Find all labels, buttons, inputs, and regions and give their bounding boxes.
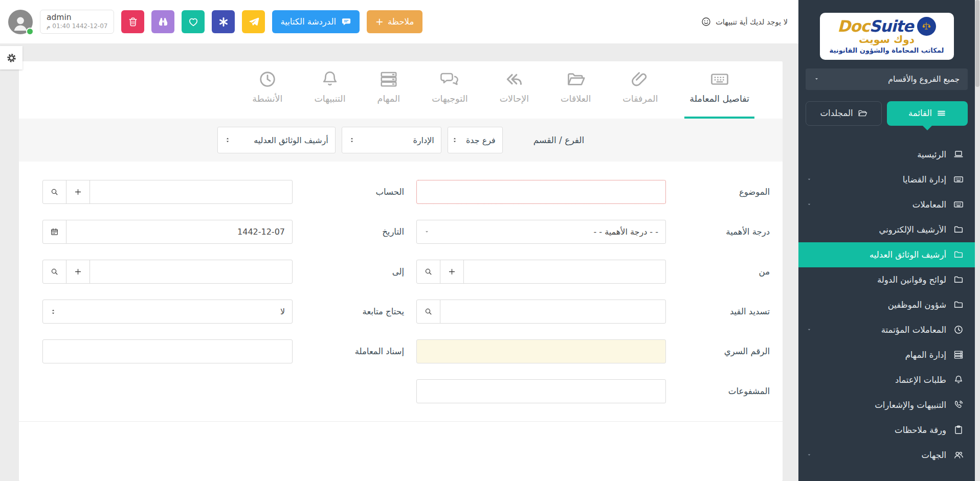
- folder-open-icon: [858, 108, 867, 118]
- from-search-button[interactable]: [416, 260, 440, 284]
- sidebar-item-label: الرئيسية: [807, 150, 946, 159]
- from-label: من: [666, 267, 770, 277]
- date-label: التاريخ: [293, 227, 416, 237]
- account-search-button[interactable]: [42, 180, 66, 204]
- tab-relations[interactable]: العلاقات: [555, 70, 596, 119]
- tab-alerts[interactable]: التنبيهات: [309, 70, 350, 119]
- sidebar-item-electronic-archive[interactable]: الأرشيف الإلكتروني: [798, 217, 975, 242]
- text-chat-button[interactable]: الدردشة الكتابية: [272, 10, 360, 33]
- account-input[interactable]: [90, 180, 293, 204]
- menu-toggle-button[interactable]: القائمة: [887, 101, 968, 126]
- sidebar-item-transactions[interactable]: المعاملات: [798, 192, 975, 217]
- sidebar-item-label: إدارة القضايا: [819, 175, 946, 185]
- asterisk-icon: [218, 16, 229, 28]
- tab-attachments[interactable]: المرفقات: [617, 70, 663, 119]
- form-row: الموضوعالحساب: [42, 180, 770, 204]
- send-button[interactable]: [242, 10, 265, 33]
- sidebar-item-employee-affairs[interactable]: شؤون الموظفين: [798, 292, 975, 317]
- to-input[interactable]: [90, 260, 293, 284]
- tab-directives[interactable]: التوجيهات: [427, 70, 473, 119]
- account-plus-button[interactable]: [66, 180, 90, 204]
- branch-filter-select[interactable]: جميع الفروع والأقسام: [806, 68, 968, 90]
- plus-icon: [74, 267, 82, 276]
- plus-glyph: +: [375, 17, 384, 27]
- online-status-dot: [26, 28, 34, 35]
- needs-followup-select[interactable]: لا: [42, 300, 293, 324]
- updown-icon: [225, 137, 231, 143]
- clipboard-icon: [953, 425, 964, 435]
- settings-flyout-tab[interactable]: [0, 46, 23, 70]
- updown-icon: [452, 137, 458, 143]
- to-plus-button[interactable]: [66, 260, 90, 284]
- trash-icon: [127, 16, 139, 28]
- branch-filter-value: فرع جدة: [466, 135, 496, 145]
- tab-label: الأنشطة: [252, 94, 282, 104]
- from-input[interactable]: [463, 260, 666, 284]
- sidebar-item-alerts-notifications[interactable]: التنبيهات والإشعارات: [798, 393, 975, 418]
- sidebar-item-label: الجهات: [819, 450, 946, 460]
- clock-icon: [953, 325, 964, 335]
- workspace: تفاصيل المعاملةالمرفقاتالعلاقاتالإحالاتا…: [0, 43, 798, 481]
- folder-icon: [953, 274, 964, 285]
- date-calendar-button[interactable]: [42, 220, 66, 244]
- tab-label: المهام: [377, 94, 400, 104]
- importance-value: - - درجة الأهمية - -: [593, 227, 658, 237]
- form-row: المشفوعات: [42, 379, 770, 403]
- sidebar: DocSuite دوك سويت لمكاتب المحاماة والشؤو…: [798, 0, 975, 481]
- favorites-button[interactable]: [182, 10, 205, 33]
- gear-icon: [6, 53, 17, 63]
- from-plus-button[interactable]: [440, 260, 464, 284]
- sidebar-item-label: إدارة المهام: [807, 350, 946, 360]
- phone-volume-icon: [953, 400, 964, 410]
- user-card[interactable]: admin 1442-12-07 01:40 م: [40, 10, 114, 34]
- sidebar-item-task-management[interactable]: إدارة المهام: [798, 342, 975, 368]
- laptop-icon: [953, 149, 964, 159]
- section-filter-select[interactable]: أرشيف الوثائق العدليه: [217, 127, 336, 153]
- folder-icon: [953, 249, 964, 260]
- transaction-assignment-input[interactable]: [42, 339, 293, 363]
- sidebar-item-notes-paper[interactable]: ورقة ملاحظات: [798, 418, 975, 443]
- add-note-button[interactable]: ملاحظة +: [367, 10, 422, 33]
- sidebar-item-label: طلبات الإعتماد: [807, 375, 946, 385]
- sidebar-item-label: لوائح وقوانين الدولة: [807, 275, 946, 285]
- enclosures-input[interactable]: [416, 379, 666, 403]
- sidebar-item-approval-requests[interactable]: طلبات الإعتماد: [798, 368, 975, 393]
- record-payment-search-button[interactable]: [416, 300, 440, 324]
- sidebar-item-state-laws[interactable]: لوائح وقوانين الدولة: [798, 267, 975, 292]
- enclosures-label: المشفوعات: [666, 386, 770, 396]
- tab-referrals[interactable]: الإحالات: [495, 70, 534, 119]
- tab-activities[interactable]: الأنشطة: [247, 70, 287, 119]
- sidebar-item-judicial-documents-archive[interactable]: أرشيف الوثائق العدليه: [798, 242, 975, 267]
- user-avatar[interactable]: [8, 10, 33, 34]
- sidebar-item-home[interactable]: الرئيسية: [798, 142, 975, 167]
- sidebar-item-automated-transactions[interactable]: المعاملات المؤتمتة: [798, 317, 975, 342]
- server-icon: [379, 70, 398, 89]
- scales-of-justice-icon: [917, 17, 936, 36]
- date-input[interactable]: 1442-12-07: [66, 220, 293, 244]
- plus-icon: [448, 267, 456, 276]
- sidebar-item-entities[interactable]: الجهات: [798, 443, 975, 468]
- page-scrollbar[interactable]: [975, 0, 980, 481]
- subject-input[interactable]: [416, 180, 666, 204]
- plus-icon: [74, 188, 82, 196]
- binoculars-button[interactable]: [151, 10, 174, 33]
- services-button[interactable]: [212, 10, 235, 33]
- keyboard-icon: [953, 174, 964, 185]
- sidebar-item-label: أرشيف الوثائق العدليه: [807, 250, 946, 260]
- to-search-button[interactable]: [42, 260, 66, 284]
- record-payment-input[interactable]: [440, 300, 666, 324]
- scrollbar-thumb[interactable]: [975, 0, 979, 87]
- secret-number-input[interactable]: [416, 339, 666, 363]
- delete-button[interactable]: [121, 10, 144, 33]
- branch-filter-select[interactable]: فرع جدة: [448, 127, 503, 153]
- folders-toggle-button[interactable]: المجلدات: [806, 101, 882, 126]
- tab-tasks[interactable]: المهام: [372, 70, 406, 119]
- sidebar-item-case-management[interactable]: إدارة القضايا: [798, 167, 975, 192]
- importance-select[interactable]: - - درجة الأهمية - -: [416, 220, 666, 244]
- section-filter-value: أرشيف الوثائق العدليه: [254, 135, 328, 145]
- tab-label: التنبيهات: [314, 94, 345, 104]
- tab-transaction-details[interactable]: تفاصيل المعاملة: [684, 70, 754, 119]
- department-filter-select[interactable]: الإدارة: [342, 127, 441, 153]
- transaction-card: تفاصيل المعاملةالمرفقاتالعلاقاتالإحالاتا…: [19, 61, 783, 481]
- search-icon: [424, 307, 433, 316]
